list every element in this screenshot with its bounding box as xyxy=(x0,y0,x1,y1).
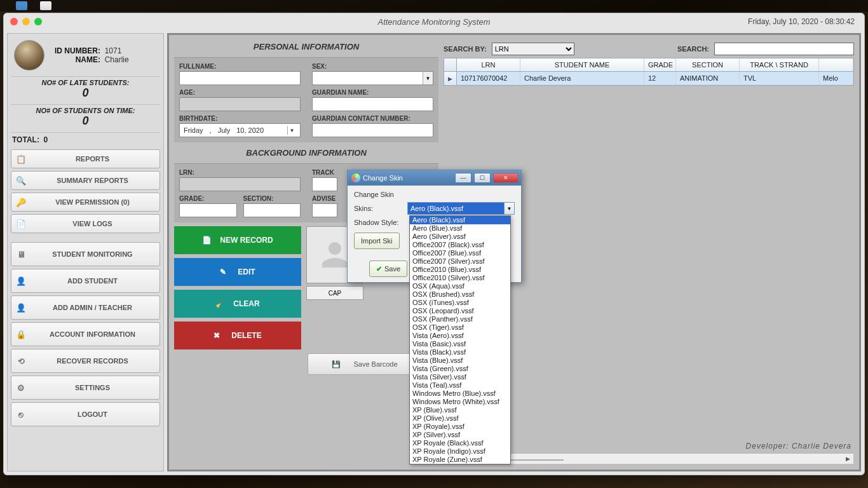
clear-button[interactable]: 🧹CLEAR xyxy=(174,290,301,318)
section-label: SECTION: xyxy=(243,195,301,202)
save-button[interactable]: ✔Save xyxy=(369,261,407,277)
maximize-button[interactable]: ☐ xyxy=(474,173,491,183)
search-input[interactable] xyxy=(714,43,854,55)
dropdown-option[interactable]: Office2007 (Blue).vssf xyxy=(410,249,510,257)
dropdown-option[interactable]: Vista (Black).vssf xyxy=(410,348,510,356)
scroll-right-icon[interactable]: ▶ xyxy=(842,456,853,462)
search-row: SEARCH BY: LRN SEARCH: xyxy=(444,40,854,58)
dropdown-option[interactable]: XP (Blue).vssf xyxy=(410,406,510,414)
dialog-titlebar[interactable]: Change Skin — ☐ ✕ xyxy=(348,170,521,186)
monitor-icon: 🖥 xyxy=(15,248,27,260)
delete-button[interactable]: ✖DELETE xyxy=(174,322,301,349)
trash-icon: ✖ xyxy=(214,331,225,340)
sex-select[interactable]: ▼ xyxy=(312,71,433,85)
dropdown-option[interactable]: OSX (Aqua).vssf xyxy=(410,282,510,290)
stat-late-label: NO# OF LATE STUDENTS: xyxy=(11,79,160,86)
edit-button[interactable]: ✎EDIT xyxy=(174,258,301,286)
dropdown-option[interactable]: Vista (Basic).vssf xyxy=(410,340,510,348)
dropdown-option[interactable]: XP (Royale).vssf xyxy=(410,423,510,431)
row-selector-icon: ▶ xyxy=(444,72,457,85)
skins-selected: Aero (Black).vssf xyxy=(408,203,504,214)
col-grade[interactable]: GRADE xyxy=(644,58,676,71)
pencil-icon: ✎ xyxy=(220,268,231,276)
adviser-input[interactable] xyxy=(312,203,337,217)
shadow-label: Shadow Style: xyxy=(354,219,403,226)
summary-reports-button[interactable]: 🔍SUMMARY REPORTS xyxy=(11,171,160,190)
student-monitoring-button[interactable]: 🖥STUDENT MONITORING xyxy=(11,242,160,266)
import-skin-button[interactable]: Import Ski xyxy=(354,233,400,249)
stat-late: NO# OF LATE STUDENTS: 0 xyxy=(11,76,160,102)
guardian-contact-input[interactable] xyxy=(312,123,433,137)
dropdown-option[interactable]: Office2007 (Black).vssf xyxy=(410,241,510,249)
account-icon: 🔒 xyxy=(15,329,27,340)
data-grid[interactable]: LRN STUDENT NAME GRADE SECTION TRACK \ S… xyxy=(444,58,854,86)
section-input[interactable] xyxy=(243,203,301,217)
dropdown-option[interactable]: Vista (Teal).vssf xyxy=(410,381,510,390)
grade-input[interactable] xyxy=(179,203,237,217)
birthdate-picker[interactable]: Friday , July 10, 2020 ▼ xyxy=(179,123,301,137)
recover-records-button[interactable]: ⟲RECOVER RECORDS xyxy=(11,349,160,373)
dropdown-option[interactable]: Aero (Silver).vssf xyxy=(410,233,510,241)
search-by-select[interactable]: LRN xyxy=(492,43,574,55)
dropdown-option[interactable]: Aero (Blue).vssf xyxy=(410,224,510,233)
logout-button[interactable]: ⎋LOGOUT xyxy=(11,402,160,426)
dropdown-option[interactable]: OSX (Brushed).vssf xyxy=(410,290,510,299)
dropdown-option[interactable]: Vista (Green).vssf xyxy=(410,365,510,373)
dropdown-option[interactable]: XP Royale (Black).vssf xyxy=(410,439,510,447)
close-button[interactable]: ✕ xyxy=(493,173,519,183)
desktop: Attendance Monitoring System Friday, Jul… xyxy=(0,0,868,488)
view-permission-button[interactable]: 🔑VIEW PERMISSION (0) xyxy=(11,193,160,212)
total-label: TOTAL: xyxy=(12,135,39,144)
col-extra[interactable] xyxy=(819,58,853,71)
skins-combobox[interactable]: Aero (Black).vssf ▼ xyxy=(407,202,515,215)
stat-ontime-label: NO# OF STUDENTS ON TIME: xyxy=(11,107,160,114)
col-track[interactable]: TRACK \ STRAND xyxy=(740,58,819,71)
skins-dropdown[interactable]: Aero (Black).vssfAero (Blue).vssfAero (S… xyxy=(409,215,511,464)
chevron-down-icon[interactable]: ▼ xyxy=(504,203,514,214)
taskbar-icon xyxy=(40,1,51,10)
dropdown-option[interactable]: OSX (Leopard).vssf xyxy=(410,307,510,315)
settings-button[interactable]: ⚙SETTINGS xyxy=(11,376,160,400)
minimize-button[interactable]: — xyxy=(455,173,471,183)
logs-icon: 📄 xyxy=(15,218,27,229)
col-lrn[interactable]: LRN xyxy=(457,58,520,71)
guardian-input[interactable] xyxy=(312,97,433,111)
capture-button[interactable]: CAP xyxy=(306,286,363,300)
account-info-button[interactable]: 🔒ACCOUNT INFORMATION xyxy=(11,322,160,346)
age-label: AGE: xyxy=(179,89,301,96)
dropdown-option[interactable]: Vista (Blue).vssf xyxy=(410,356,510,365)
row-header-corner xyxy=(444,58,457,71)
dropdown-option[interactable]: XP Royale (Zune).vssf xyxy=(410,456,510,464)
dropdown-option[interactable]: XP (Silver).vssf xyxy=(410,431,510,439)
search-by-label: SEARCH BY: xyxy=(444,45,487,53)
permission-icon: 🔑 xyxy=(15,196,27,208)
dropdown-option[interactable]: Office2007 (Silver).vssf xyxy=(410,257,510,266)
track-input[interactable] xyxy=(312,177,337,191)
col-section[interactable]: SECTION xyxy=(676,58,740,71)
dropdown-option[interactable]: OSX (iTunes).vssf xyxy=(410,299,510,307)
col-name[interactable]: STUDENT NAME xyxy=(520,58,644,71)
check-icon: ✔ xyxy=(376,265,382,273)
view-logs-button[interactable]: 📄VIEW LOGS xyxy=(11,214,160,233)
add-student-button[interactable]: 👤ADD STUDENT xyxy=(11,269,160,293)
save-barcode-button[interactable]: 💾Save Barcode xyxy=(308,353,422,375)
reports-button[interactable]: 📋REPORTS xyxy=(11,149,160,168)
dropdown-option[interactable]: Vista (Aero).vssf xyxy=(410,332,510,340)
dropdown-option[interactable]: Office2010 (Blue).vssf xyxy=(410,266,510,274)
dropdown-option[interactable]: Office2010 (Silver).vssf xyxy=(410,274,510,282)
dropdown-option[interactable]: Windows Metro (White).vssf xyxy=(410,398,510,406)
table-row[interactable]: ▶ 107176070042 Charlie Devera 12 ANIMATI… xyxy=(444,72,853,85)
add-admin-button[interactable]: 👤ADD ADMIN / TEACHER xyxy=(11,295,160,320)
dropdown-option[interactable]: OSX (Panther).vssf xyxy=(410,315,510,323)
dropdown-option[interactable]: XP Royale (Indigo).vssf xyxy=(410,447,510,456)
group-label: Change Skin xyxy=(354,191,515,198)
dropdown-option[interactable]: Aero (Black).vssf xyxy=(410,216,510,224)
fullname-input[interactable] xyxy=(179,71,301,85)
dropdown-option[interactable]: Windows Metro (Blue).vssf xyxy=(410,390,510,398)
lrn-input xyxy=(179,177,301,191)
new-record-button[interactable]: 📄NEW RECORD xyxy=(174,226,301,254)
skins-label: Skins: xyxy=(354,205,403,212)
dropdown-option[interactable]: Vista (Silver).vssf xyxy=(410,373,510,381)
dropdown-option[interactable]: OSX (Tiger).vssf xyxy=(410,323,510,332)
dropdown-option[interactable]: XP (Olive).vssf xyxy=(410,414,510,423)
